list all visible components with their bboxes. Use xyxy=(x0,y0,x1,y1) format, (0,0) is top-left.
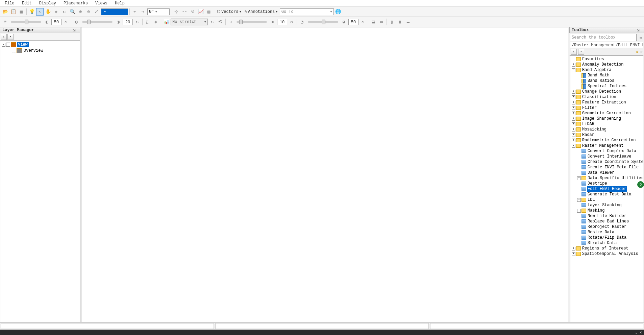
rotate-tool-icon[interactable]: ↻ xyxy=(60,8,68,16)
sharpen-low-icon[interactable]: ○ xyxy=(227,18,234,26)
toolbox-node[interactable]: Replace Bad Lines xyxy=(576,219,643,224)
expander-icon[interactable]: + xyxy=(572,63,575,67)
zoom-extent-icon[interactable]: ⤢ xyxy=(93,8,100,16)
toolbox-item-label[interactable]: New File Builder xyxy=(587,213,627,219)
expander-icon[interactable]: + xyxy=(577,198,581,202)
brightness-icon[interactable]: ☀ xyxy=(1,18,9,26)
expander-icon[interactable]: + xyxy=(572,252,575,256)
floating-badge[interactable]: 5 xyxy=(637,181,644,189)
view-label[interactable]: View xyxy=(17,42,29,47)
contrast-value[interactable]: 20 xyxy=(123,19,133,25)
toolbox-item-label[interactable]: Radiometric Correction xyxy=(581,138,636,143)
toolbox-node[interactable]: +Anomaly Detection xyxy=(571,62,643,67)
toolbox-item-label[interactable]: Replace Bad Lines xyxy=(587,219,629,224)
toolbox-node[interactable]: Convert Interleave xyxy=(576,154,643,159)
toolbox-node[interactable]: New File Builder xyxy=(576,213,643,219)
transparency-value[interactable]: 50 xyxy=(348,19,358,25)
toolbox-item-label[interactable]: Favorites xyxy=(581,56,605,62)
toolbox-node[interactable]: Create ENVI Meta File xyxy=(576,165,643,170)
expander-icon[interactable]: + xyxy=(572,247,575,250)
crosshairs-icon[interactable]: ⊹ xyxy=(173,8,180,16)
menu-file[interactable]: File xyxy=(1,0,18,6)
toolbox-item-label[interactable]: Classification xyxy=(581,94,617,100)
rotate-right-icon[interactable]: ↷ xyxy=(139,8,147,16)
toolbox-item-label[interactable]: IDL xyxy=(587,197,596,202)
expander-icon[interactable]: + xyxy=(572,106,575,110)
toolbox-node[interactable]: -Raster Management xyxy=(571,143,643,148)
toolbox-item-label[interactable]: Change Detection xyxy=(581,89,622,94)
toolbox-item-label[interactable]: LiDAR xyxy=(581,121,595,127)
expander-icon[interactable]: - xyxy=(572,68,575,72)
profile-icon[interactable]: 📈 xyxy=(197,8,204,16)
select-tool-icon[interactable]: ↖ xyxy=(36,8,44,16)
toolbox-node[interactable]: +Feature Extraction xyxy=(571,100,643,105)
toolbox-item-label[interactable]: Band Math xyxy=(587,73,610,78)
refresh-icon[interactable]: ↻ xyxy=(288,18,295,26)
display-canvas[interactable] xyxy=(81,27,568,322)
menu-edit[interactable]: Edit xyxy=(19,0,35,6)
stretch-reset-icon[interactable]: ⟲ xyxy=(217,18,224,26)
toolbox-node[interactable]: +Mosaicking xyxy=(571,127,643,132)
brightness-slider[interactable] xyxy=(11,21,41,23)
toolbox-node[interactable]: +Radar xyxy=(571,132,643,138)
refresh-stretch-icon[interactable]: ↻ xyxy=(208,18,216,26)
expander-icon[interactable]: + xyxy=(572,90,575,94)
toolbox-item-label[interactable]: Stretch Data xyxy=(587,240,617,246)
density-slice-icon[interactable]: ▤ xyxy=(205,8,213,16)
sharpen-value[interactable]: 10 xyxy=(277,19,287,25)
toolbox-node[interactable]: +Filter xyxy=(571,105,643,111)
rotate-left-icon[interactable]: ↶ xyxy=(131,8,139,16)
refresh-icon[interactable]: ↻ xyxy=(62,18,70,26)
collapse-all-button[interactable]: ▴ xyxy=(1,34,7,40)
toolbox-item-label[interactable]: Geometric Correction xyxy=(581,111,631,116)
view-swipe-icon[interactable]: ▮ xyxy=(396,18,404,26)
fly-tool-icon[interactable]: ◈ xyxy=(52,8,60,16)
data-manager-icon[interactable]: 📋 xyxy=(9,8,17,16)
toolbox-item-label[interactable]: Create Coordinate System St xyxy=(587,159,643,165)
toolbox-node[interactable]: Convert Complex Data xyxy=(576,148,643,154)
toolbox-item-label[interactable]: Layer Stacking xyxy=(587,202,622,208)
measure-icon[interactable]: 〰 xyxy=(181,8,188,16)
zoom-tool-icon[interactable]: 🔍 xyxy=(69,8,76,16)
zoom-in-icon[interactable]: ⊕ xyxy=(77,8,84,16)
toolbox-node[interactable]: Rotate/Flip Data xyxy=(576,235,643,240)
toolbox-node[interactable]: +Image Sharpening xyxy=(571,116,643,121)
toolbox-node[interactable]: +IDL xyxy=(576,197,643,202)
refresh-icon[interactable]: ↻ xyxy=(133,18,141,26)
toolbox-node[interactable]: +Geometric Correction xyxy=(571,111,643,116)
toolbox-node[interactable]: Resize Data xyxy=(576,230,643,235)
zoom-level-selector[interactable]: ▼ xyxy=(101,8,128,15)
cursor-value-icon[interactable]: 💡 xyxy=(28,8,35,16)
view-single-icon[interactable]: ▬ xyxy=(404,18,412,26)
menu-display[interactable]: Display xyxy=(36,0,59,6)
chip-icon[interactable]: ▦ xyxy=(18,8,25,16)
toolbox-item-label[interactable]: Radar xyxy=(581,132,595,138)
toolbox-node[interactable]: +Spatiotemporal Analysis xyxy=(571,251,643,257)
toolbox-node[interactable]: Band Math xyxy=(576,73,643,78)
toolbox-item-label[interactable]: Spectral Indices xyxy=(587,83,627,89)
contrast-icon[interactable]: ◐ xyxy=(73,18,80,26)
open-file-icon[interactable]: 📂 xyxy=(1,8,9,16)
toolbox-node[interactable]: Spectral Indices xyxy=(576,83,643,89)
pin-icon[interactable]: ⇲ xyxy=(73,28,78,32)
chevron-down-icon[interactable]: ⌄ xyxy=(635,330,638,335)
toolbox-item-label[interactable]: Generate Test Data xyxy=(587,192,632,197)
zoom-out-icon[interactable]: ⊖ xyxy=(85,8,92,16)
toolbox-item-label[interactable]: Masking xyxy=(587,208,605,213)
toolbox-node[interactable]: +Masking xyxy=(576,208,643,213)
annotations-dropdown[interactable]: ✎ Annotations ▼ xyxy=(243,9,279,14)
expander-icon[interactable]: + xyxy=(577,209,581,213)
sharpen-slider[interactable] xyxy=(237,21,267,23)
toolbox-node[interactable]: Generate Test Data xyxy=(576,192,643,197)
pin-icon[interactable]: ⇲ xyxy=(637,28,642,32)
toolbox-node[interactable]: -Band Algebra xyxy=(571,67,643,73)
contrast-slider[interactable] xyxy=(82,21,113,23)
toolbox-item-label[interactable]: Data-Specific Utilities xyxy=(587,175,643,181)
rotation-angle-input[interactable]: 0° ▼ xyxy=(147,8,170,15)
toolbox-node[interactable]: +Change Detection xyxy=(571,89,643,94)
expander-icon[interactable]: + xyxy=(572,101,575,104)
add-favorite-icon[interactable]: ★ xyxy=(636,49,638,54)
collapse-icon[interactable]: - xyxy=(2,43,5,47)
expander-icon[interactable]: + xyxy=(572,128,575,131)
expander-icon[interactable]: + xyxy=(572,139,575,142)
